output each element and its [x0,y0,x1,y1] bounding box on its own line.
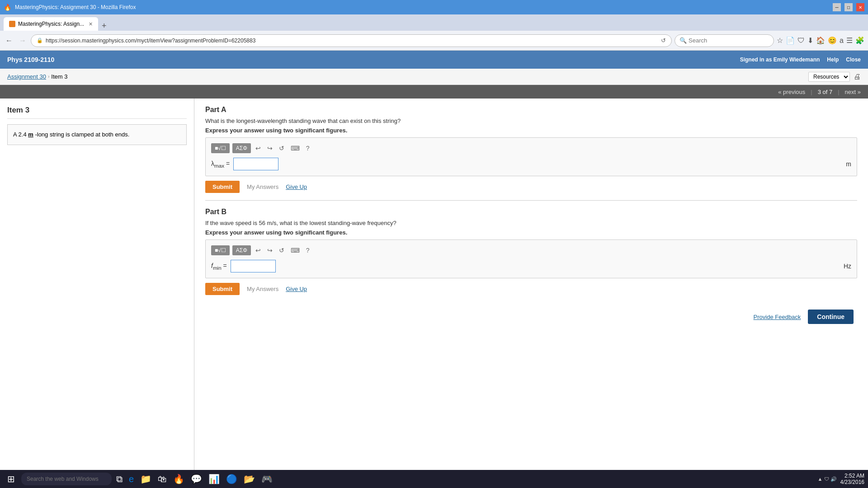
breadcrumb-assignment[interactable]: Assignment 30 [7,73,46,80]
part-a-section: Part A What is the longest-wavelength st… [205,106,857,193]
part-a-title: Part A [205,106,857,114]
math-symbol-button-b[interactable]: AΣΦ [232,245,251,255]
part-b-question: If the wave speed is 56 m/s, what is the… [205,220,857,226]
forward-button[interactable]: → [17,35,28,47]
download-icon[interactable]: ⬇ [807,36,813,45]
help-button-b[interactable]: ? [304,246,311,255]
part-a-my-answers[interactable]: My Answers [247,183,278,190]
part-b-action-row: Submit My Answers Give Up [205,283,857,295]
browser-toolbar-icons: ☆ 📄 🛡 ⬇ 🏠 😊 a ☰ 🧩 [777,36,864,45]
url-text: https://session.masteringphysics.com/myc… [46,38,658,44]
nav-separator: | [811,89,812,95]
part-divider [205,200,857,201]
lambda-label: λmax = [211,160,230,169]
nav-separator2: | [838,89,839,95]
browser-toolbar: ← → 🔒 https://session.masteringphysics.c… [0,31,868,51]
part-b-input-row: fmin = Hz [211,260,851,272]
tab-close-button[interactable]: ✕ [89,21,93,27]
browser-titlebar: 🔥 MasteringPhysics: Assignment 30 - Mozi… [0,0,868,14]
part-b-answer-box: ■√☐ AΣΦ ↩ ↪ ↺ ⌨ ? fmin = Hz [205,239,857,278]
menu-icon[interactable]: ☰ [846,36,853,45]
app-header: Phys 2109-2110 Signed in as Emily Wiedem… [0,51,868,69]
breadcrumb: Assignment 30 › Item 3 [7,73,67,80]
minimize-button[interactable]: ─ [833,3,841,11]
item-description: A 2.4 m -long string is clamped at both … [7,124,187,145]
redo-button-b[interactable]: ↪ [265,246,274,255]
nav-bar: « previous | 3 of 7 | next » [0,85,868,99]
help-button[interactable]: ? [304,144,311,153]
reset-button[interactable]: ↺ [277,144,286,153]
close-link[interactable]: Close [846,56,861,63]
resources-dropdown[interactable]: Resources [808,72,850,82]
breadcrumb-separator: › [48,74,49,79]
math-symbol-button[interactable]: AΣΦ [232,143,251,153]
part-b-section: Part B If the wave speed is 56 m/s, what… [205,208,857,295]
math-formula-button-b[interactable]: ■√☐ [211,245,230,255]
part-b-my-answers[interactable]: My Answers [247,286,278,292]
right-panel: Part A What is the longest-wavelength st… [194,99,868,470]
continue-button[interactable]: Continue [808,310,854,324]
part-a-action-row: Submit My Answers Give Up [205,181,857,193]
undo-button[interactable]: ↩ [254,144,263,153]
close-button[interactable]: ✕ [856,3,864,11]
sync-icon[interactable]: 😊 [828,36,837,45]
part-b-title: Part B [205,208,857,216]
pocket-icon[interactable]: 🛡 [797,37,805,45]
part-a-input[interactable] [233,158,278,170]
browser-tabs: MasteringPhysics: Assign... ✕ + [0,14,868,31]
search-bar[interactable]: 🔍 [675,34,774,47]
part-b-input[interactable] [231,260,276,272]
part-a-answer-box: ■√☐ AΣΦ ↩ ↪ ↺ ⌨ ? λmax = m [205,137,857,176]
breadcrumb-item: Item 3 [51,73,67,80]
refresh-button[interactable]: ↺ [661,37,666,44]
part-a-submit-button[interactable]: Submit [205,181,240,193]
browser-favicon: 🔥 [4,4,11,11]
home-icon[interactable]: 🏠 [816,36,825,45]
part-b-math-toolbar: ■√☐ AΣΦ ↩ ↪ ↺ ⌨ ? [211,245,851,255]
redo-button[interactable]: ↪ [265,144,274,153]
browser-title: MasteringPhysics: Assignment 30 - Mozill… [15,4,833,10]
keyboard-button-b[interactable]: ⌨ [289,246,302,255]
part-a-unit: m [846,160,851,168]
breadcrumb-bar: Assignment 30 › Item 3 Resources 🖨 [0,69,868,85]
maximize-button[interactable]: □ [844,3,853,11]
part-b-unit: Hz [844,263,851,270]
part-a-give-up[interactable]: Give Up [286,183,307,190]
part-b-submit-button[interactable]: Submit [205,283,240,295]
signed-in-label: Signed in as Emily Wiedemann [740,56,820,63]
print-button[interactable]: 🖨 [854,73,861,81]
reset-button-b[interactable]: ↺ [277,246,286,255]
part-a-question: What is the longest-wavelength standing … [205,117,857,124]
math-formula-button[interactable]: ■√☐ [211,143,230,153]
extension-icon[interactable]: 🧩 [855,36,864,45]
previous-link[interactable]: « previous [778,89,805,95]
tab-label: MasteringPhysics: Assign... [18,21,84,27]
keyboard-button[interactable]: ⌨ [289,144,302,153]
undo-button-b[interactable]: ↩ [254,246,263,255]
tab-favicon [9,21,15,27]
unit-m: m [28,131,33,138]
lock-icon: 🔒 [37,38,43,43]
url-bar[interactable]: 🔒 https://session.masteringphysics.com/m… [31,34,672,47]
part-a-math-toolbar: ■√☐ AΣΦ ↩ ↪ ↺ ⌨ ? [211,143,851,153]
back-button[interactable]: ← [4,35,14,47]
reading-list-icon[interactable]: 📄 [786,36,795,45]
new-tab-button[interactable]: + [98,21,110,31]
course-title: Phys 2109-2110 [7,56,54,63]
breadcrumb-right: Resources 🖨 [808,72,861,82]
bookmark-icon[interactable]: ☆ [777,36,783,45]
help-link[interactable]: Help [827,56,839,63]
left-panel: Item 3 A 2.4 m -long string is clamped a… [0,99,194,470]
bottom-actions: Provide Feedback Continue [205,310,857,324]
part-b-instruction: Express your answer using two significan… [205,229,857,236]
search-icon: 🔍 [679,37,687,44]
next-link[interactable]: next » [845,89,861,95]
amazon-icon[interactable]: a [840,37,844,45]
active-tab[interactable]: MasteringPhysics: Assign... ✕ [4,17,98,31]
main-content: Item 3 A 2.4 m -long string is clamped a… [0,99,868,470]
provide-feedback-link[interactable]: Provide Feedback [754,314,801,320]
part-b-give-up[interactable]: Give Up [286,286,307,292]
part-a-instruction: Express your answer using two significan… [205,127,857,134]
search-input[interactable] [689,37,769,44]
page-number: 3 of 7 [818,89,833,95]
